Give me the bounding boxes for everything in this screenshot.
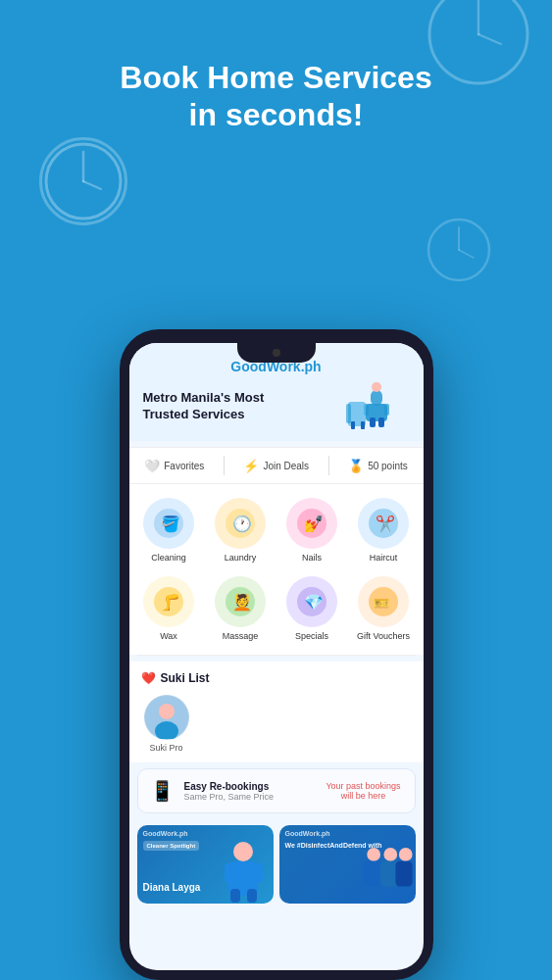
hero-text: Book Home Services in seconds! (0, 59, 552, 134)
hero-line2: in seconds! (189, 97, 364, 132)
rebooking-section[interactable]: 📱 Easy Re-bookings Same Pro, Same Price … (137, 768, 416, 813)
vouchers-label: Gift Vouchers (357, 631, 410, 641)
deals-icon: ⚡ (243, 459, 259, 473)
services-grid-row1: 🪣 Cleaning 🕐 Laundry 💅 N (137, 494, 416, 566)
nails-icon-circle: 💅 (286, 498, 337, 549)
svg-rect-19 (351, 421, 355, 429)
svg-text:🎫: 🎫 (374, 595, 390, 612)
points-action[interactable]: 🏅 50 points (348, 459, 408, 473)
card-logo-left: GoodWork.ph (143, 830, 188, 837)
suki-heart-icon: ❤️ (141, 671, 156, 685)
bg-clock-topleft (39, 137, 127, 225)
massage-label: Massage (223, 631, 259, 641)
rebooking-subtitle: Same Pro, Same Price (184, 792, 275, 802)
specials-icon-circle: 💎 (286, 576, 337, 627)
suki-avatar (144, 695, 189, 740)
suki-section: ❤️ Suki List Suki Pro (129, 662, 424, 762)
rebooking-cta: Your past bookings will be here (325, 781, 403, 801)
card-badge: Cleaner Spotlight (143, 841, 200, 851)
suki-header: ❤️ Suki List (141, 671, 412, 685)
svg-point-47 (383, 848, 397, 861)
suki-pro-item[interactable]: Suki Pro (141, 695, 192, 753)
svg-point-37 (159, 704, 175, 719)
wax-label: Wax (160, 631, 177, 641)
bg-clock-midright (425, 216, 493, 284)
vouchers-icon-circle: 🎫 (358, 576, 409, 627)
svg-text:💎: 💎 (304, 593, 324, 612)
services-section: 🪣 Cleaning 🕐 Laundry 💅 N (129, 484, 424, 655)
bottom-cards: GoodWork.ph Cleaner Spotlight Diana Layg… (129, 819, 424, 909)
svg-point-45 (367, 848, 380, 861)
wax-icon-circle: 🦵 (143, 576, 194, 627)
phone-outer: GoodWork.ph Metro Manila's Most Trusted … (120, 329, 433, 980)
card-person-img (215, 835, 274, 904)
card-logo-right: GoodWork.ph (285, 830, 330, 837)
svg-text:✂️: ✂️ (376, 514, 395, 533)
rebooking-title: Easy Re-bookings (184, 781, 275, 792)
divider-2 (328, 456, 329, 475)
services-grid-row2: 🦵 Wax 💆 Massage 💎 Specia (137, 572, 416, 645)
cleaning-label: Cleaning (151, 553, 186, 563)
svg-rect-43 (230, 889, 240, 903)
deals-label: Join Deals (263, 461, 309, 471)
svg-rect-41 (225, 863, 232, 883)
bottom-card-spotlight[interactable]: GoodWork.ph Cleaner Spotlight Diana Layg… (137, 825, 274, 904)
service-haircut[interactable]: ✂️ Haircut (352, 498, 416, 563)
bottom-card-disinfect[interactable]: GoodWork.ph We #DisinfectAndDefend with (279, 825, 416, 904)
svg-rect-9 (371, 390, 382, 406)
svg-rect-42 (255, 863, 263, 883)
laundry-label: Laundry (225, 553, 257, 563)
service-massage[interactable]: 💆 Massage (209, 576, 273, 641)
svg-point-39 (233, 842, 253, 861)
suki-title: Suki List (161, 671, 210, 685)
tagline-line2: Trusted Services (143, 407, 265, 423)
svg-line-8 (459, 250, 474, 258)
favorites-label: Favorites (164, 461, 204, 471)
quick-actions-bar: 🤍 Favorites ⚡ Join Deals 🏅 50 points (129, 447, 424, 484)
tagline-line1: Metro Manila's Most (143, 390, 265, 407)
phone-notch (237, 343, 316, 363)
svg-rect-18 (361, 421, 365, 429)
svg-point-10 (372, 382, 381, 392)
nails-label: Nails (302, 553, 322, 563)
laundry-icon-circle: 🕐 (215, 498, 266, 549)
service-vouchers[interactable]: 🎫 Gift Vouchers (352, 576, 416, 641)
points-label: 50 points (368, 461, 408, 471)
phone-mockup: GoodWork.ph Metro Manila's Most Trusted … (120, 329, 433, 980)
card-persons-img (357, 835, 416, 904)
rebooking-icon: 📱 (150, 779, 175, 803)
svg-rect-50 (395, 861, 412, 887)
service-specials[interactable]: 💎 Specials (280, 576, 344, 641)
haircut-icon-circle: ✂️ (358, 498, 409, 549)
service-wax[interactable]: 🦵 Wax (137, 576, 201, 641)
svg-rect-17 (346, 404, 351, 423)
suki-pro-label: Suki Pro (149, 743, 182, 753)
phone-screen: GoodWork.ph Metro Manila's Most Trusted … (129, 343, 424, 970)
service-cleaning[interactable]: 🪣 Cleaning (137, 498, 201, 563)
haircut-label: Haircut (370, 553, 398, 563)
deals-action[interactable]: ⚡ Join Deals (243, 459, 309, 473)
svg-rect-13 (384, 404, 389, 416)
divider-suki (137, 655, 416, 656)
service-laundry[interactable]: 🕐 Laundry (209, 498, 273, 563)
svg-rect-15 (378, 417, 384, 427)
svg-text:🕐: 🕐 (232, 514, 252, 533)
rebooking-text: Easy Re-bookings Same Pro, Same Price (184, 781, 275, 802)
massage-icon-circle: 💆 (215, 576, 266, 627)
service-nails[interactable]: 💅 Nails (280, 498, 344, 563)
cleaning-icon-circle: 🪣 (143, 498, 194, 549)
favorites-action[interactable]: 🤍 Favorites (144, 459, 204, 473)
favorites-icon: 🤍 (144, 459, 160, 473)
app-tagline: Metro Manila's Most Trusted Services (143, 390, 265, 423)
svg-rect-44 (247, 889, 257, 903)
svg-rect-14 (370, 417, 376, 427)
specials-label: Specials (295, 631, 328, 641)
points-icon: 🏅 (348, 459, 364, 473)
hero-line1: Book Home Services (120, 60, 431, 95)
camera-dot (273, 349, 280, 357)
svg-line-5 (478, 34, 501, 44)
hero-illustration (346, 382, 410, 431)
app-hero-row: Metro Manila's Most Trusted Services (143, 382, 410, 431)
svg-line-2 (83, 181, 101, 189)
svg-text:🪣: 🪣 (161, 514, 180, 533)
